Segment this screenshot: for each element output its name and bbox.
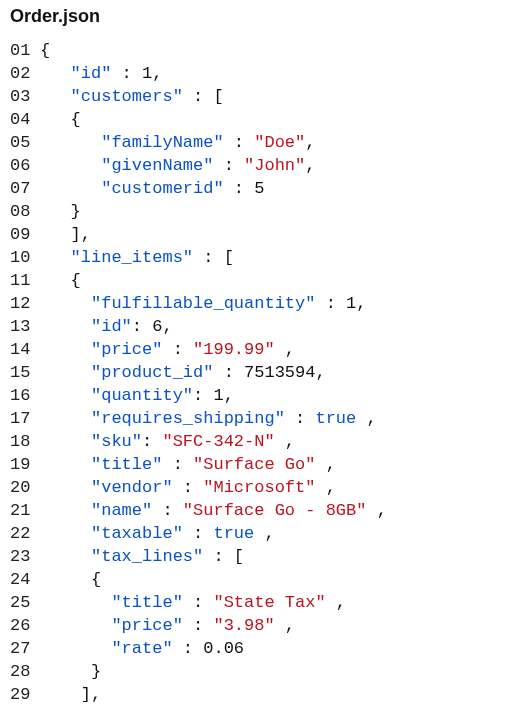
code-token: :	[224, 179, 255, 198]
line-number: 03	[10, 85, 40, 108]
code-token: "State Tax"	[213, 593, 325, 612]
line-number: 15	[10, 361, 40, 384]
code-token: "3.98"	[213, 616, 274, 635]
code-token: :	[132, 317, 152, 336]
code-token: :	[183, 616, 214, 635]
code-line: 13 "id": 6,	[10, 315, 503, 338]
code-token: ,	[275, 432, 295, 451]
line-content: "product_id" : 7513594,	[40, 361, 503, 384]
code-line: 18 "sku": "SFC-342-N" ,	[10, 430, 503, 453]
code-line: 20 "vendor" : "Microsoft" ,	[10, 476, 503, 499]
code-line: 23 "tax_lines" : [	[10, 545, 503, 568]
line-content: "title" : "State Tax" ,	[40, 591, 503, 614]
line-content: {	[40, 568, 503, 591]
code-token: "requires_shipping"	[91, 409, 285, 428]
code-line: 10 "line_items" : [	[10, 246, 503, 269]
line-number: 05	[10, 131, 40, 154]
code-token: {	[40, 110, 81, 129]
code-line: 16 "quantity": 1,	[10, 384, 503, 407]
code-token: true	[315, 409, 356, 428]
code-token: true	[213, 524, 254, 543]
line-number: 10	[10, 246, 40, 269]
code-line: 07 "customerid" : 5	[10, 177, 503, 200]
line-content: }	[40, 200, 503, 223]
code-token: "fulfillable_quantity"	[91, 294, 315, 313]
line-number: 18	[10, 430, 40, 453]
code-token: "givenName"	[101, 156, 213, 175]
code-line: 02 "id" : 1,	[10, 62, 503, 85]
code-token: "vendor"	[91, 478, 173, 497]
code-token: :	[213, 156, 244, 175]
line-number: 14	[10, 338, 40, 361]
code-token: :	[315, 294, 346, 313]
code-token: 1	[142, 64, 152, 83]
code-line: 03 "customers" : [	[10, 85, 503, 108]
code-token: :	[183, 524, 214, 543]
line-number: 29	[10, 683, 40, 706]
line-number: 04	[10, 108, 40, 131]
line-number: 16	[10, 384, 40, 407]
code-token: "Microsoft"	[203, 478, 315, 497]
line-number: 21	[10, 499, 40, 522]
line-number: 13	[10, 315, 40, 338]
line-content: "taxable" : true ,	[40, 522, 503, 545]
line-number: 24	[10, 568, 40, 591]
code-token: ,	[356, 294, 366, 313]
code-token: :	[152, 501, 183, 520]
code-line: 05 "familyName" : "Doe",	[10, 131, 503, 154]
code-token: ,	[356, 409, 376, 428]
line-content: "rate" : 0.06	[40, 637, 503, 660]
code-token: : [	[203, 547, 244, 566]
line-number: 20	[10, 476, 40, 499]
line-number: 28	[10, 660, 40, 683]
code-token: "id"	[91, 317, 132, 336]
code-token: ,	[162, 317, 172, 336]
code-token	[40, 133, 101, 152]
code-token: "title"	[111, 593, 182, 612]
line-number: 06	[10, 154, 40, 177]
line-number: 17	[10, 407, 40, 430]
line-number: 25	[10, 591, 40, 614]
line-content: {	[40, 39, 503, 62]
code-token: 6	[152, 317, 162, 336]
line-content: "price" : "3.98" ,	[40, 614, 503, 637]
code-token: "customerid"	[101, 179, 223, 198]
line-content: "sku": "SFC-342-N" ,	[40, 430, 503, 453]
code-line: 24 {	[10, 568, 503, 591]
code-token	[40, 317, 91, 336]
code-token: :	[173, 478, 204, 497]
code-line: 08 }	[10, 200, 503, 223]
code-token	[40, 455, 91, 474]
line-number: 22	[10, 522, 40, 545]
code-token	[40, 386, 91, 405]
code-document: Order.json 01{02 "id" : 1,03 "customers"…	[0, 0, 513, 713]
code-line: 17 "requires_shipping" : true ,	[10, 407, 503, 430]
code-token	[40, 179, 101, 198]
line-number: 01	[10, 39, 40, 62]
line-content: ],	[40, 223, 503, 246]
code-token: ,	[315, 363, 325, 382]
code-token	[40, 524, 91, 543]
code-token: :	[173, 639, 204, 658]
code-token: :	[193, 386, 213, 405]
line-number: 11	[10, 269, 40, 292]
code-token: "customers"	[71, 87, 183, 106]
code-token: "product_id"	[91, 363, 213, 382]
code-token	[40, 593, 111, 612]
code-token: 5	[254, 179, 264, 198]
code-token: "tax_lines"	[91, 547, 203, 566]
code-token: "John"	[244, 156, 305, 175]
line-content: "price" : "199.99" ,	[40, 338, 503, 361]
line-number: 07	[10, 177, 40, 200]
code-token: "199.99"	[193, 340, 275, 359]
code-token: }	[40, 662, 101, 681]
code-token	[40, 340, 91, 359]
line-content: "tax_lines" : [	[40, 545, 503, 568]
code-line: 12 "fulfillable_quantity" : 1,	[10, 292, 503, 315]
code-line: 27 "rate" : 0.06	[10, 637, 503, 660]
code-token: ,	[152, 64, 162, 83]
code-token: ,	[305, 133, 315, 152]
code-token: :	[224, 133, 255, 152]
code-token: ,	[254, 524, 274, 543]
line-content: "vendor" : "Microsoft" ,	[40, 476, 503, 499]
